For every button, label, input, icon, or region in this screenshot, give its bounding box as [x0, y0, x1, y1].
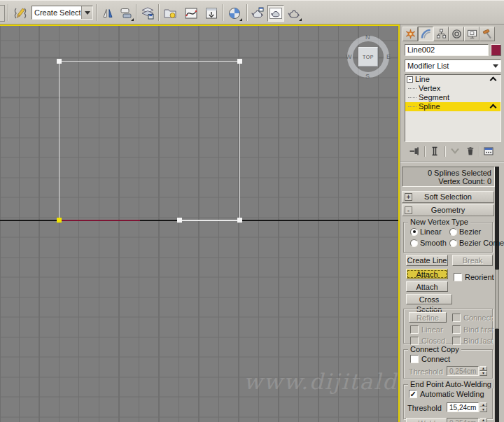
viewcube-south-label[interactable]: S	[365, 73, 370, 80]
radio-dot[interactable]	[449, 239, 457, 247]
rollout-expand-icon[interactable]: +	[405, 193, 412, 201]
panel-scrollbar[interactable]	[495, 167, 499, 422]
clipped-toolbar-button[interactable]	[0, 5, 5, 22]
radio-dot[interactable]	[449, 228, 457, 236]
weld-threshold-spinner[interactable]: ▲ ▼	[479, 402, 487, 412]
spline-segment-object-color	[59, 220, 140, 221]
spinner-up-icon[interactable]: ▲	[479, 418, 487, 422]
scene-explorer-icon[interactable]	[162, 5, 178, 22]
material-editor-icon[interactable]	[226, 5, 243, 22]
scrollbar-thumb[interactable]	[495, 269, 499, 329]
tab-create[interactable]	[402, 27, 418, 41]
expander-icon[interactable]: -	[407, 76, 413, 83]
dropdown-arrow[interactable]	[81, 6, 92, 19]
radio-bezier[interactable]: Bezier	[449, 227, 481, 236]
checkbox-box[interactable]	[452, 325, 461, 334]
viewcube-north-label[interactable]: N	[365, 34, 370, 41]
spinner-down-icon[interactable]: ▼	[479, 371, 487, 376]
checkbox-box[interactable]	[410, 337, 419, 345]
linear-checkbox-disabled[interactable]: Linear	[410, 325, 443, 334]
rollout-geometry[interactable]: - Geometry	[402, 204, 494, 216]
stack-item-label: Vertex	[419, 84, 440, 93]
weld-button[interactable]: Weld	[406, 418, 448, 422]
viewport-top[interactable]: N E S W TOP www.dijitalde	[0, 24, 400, 422]
tab-hierarchy[interactable]	[433, 27, 449, 41]
stack-item-spline-selected[interactable]: Spline	[405, 102, 500, 111]
rendered-frame-window-icon[interactable]	[267, 5, 284, 22]
toolbar-separator	[8, 4, 9, 21]
modify-arc-icon	[421, 29, 431, 39]
closed-checkbox-disabled[interactable]: Closed	[410, 337, 445, 345]
stack-item-segment[interactable]: Segment	[405, 93, 500, 102]
radio-linear[interactable]: Linear	[410, 227, 442, 236]
weld-threshold-field[interactable]: 15,24cm	[447, 402, 479, 412]
rollout-collapse-icon[interactable]: -	[405, 206, 412, 214]
viewcube-top-face[interactable]: TOP	[358, 47, 378, 66]
curve-editor-icon[interactable]	[183, 5, 200, 22]
selection-set-dropdown[interactable]: Create Selection Se	[31, 6, 93, 20]
checkbox-box[interactable]	[410, 355, 419, 363]
attach-button[interactable]: Attach	[406, 269, 448, 279]
viewcube-west-label[interactable]: W	[346, 53, 352, 60]
modifier-list-dropdown[interactable]: Modifier List	[405, 59, 501, 72]
spinner-down-icon[interactable]: ▼	[479, 407, 487, 412]
checkbox-box[interactable]	[454, 273, 462, 281]
checkbox-box[interactable]	[452, 314, 461, 322]
main-toolbar: Create Selection Se	[0, 0, 504, 24]
pin-stack-icon[interactable]	[409, 146, 421, 158]
radio-smooth[interactable]: Smooth	[410, 239, 447, 247]
automatic-welding-checkbox[interactable]: ✓ Automatic Welding	[409, 390, 484, 398]
create-line-button[interactable]: Create Line	[406, 255, 448, 266]
remove-modifier-icon[interactable]	[465, 146, 477, 158]
cross-section-button[interactable]: Cross Section	[406, 294, 452, 304]
spinner-up-icon[interactable]: ▲	[479, 402, 487, 407]
weld-value-field[interactable]: 0,254cm	[447, 418, 479, 422]
tab-utilities[interactable]	[479, 27, 495, 41]
radio-dot[interactable]	[410, 228, 418, 236]
spline-edge-left	[59, 61, 59, 220]
vertex-top-left[interactable]	[57, 59, 62, 64]
attach-mult-button[interactable]: Attach Mult.	[406, 281, 448, 292]
rollout-soft-selection[interactable]: + Soft Selection	[402, 191, 494, 203]
render-setup-icon[interactable]	[249, 5, 266, 22]
configure-modifier-sets-icon[interactable]	[483, 146, 496, 158]
vertex-top-right[interactable]	[237, 59, 242, 64]
spinner-up-icon[interactable]: ▲	[479, 366, 487, 371]
panel-divider	[400, 162, 504, 163]
stack-item-line[interactable]: - Line	[405, 75, 500, 84]
connect-copy-checkbox[interactable]: Connect	[410, 355, 450, 363]
viewcube[interactable]: N E S W TOP	[347, 36, 389, 78]
mirror-icon[interactable]	[99, 5, 116, 22]
checkbox-box[interactable]	[410, 325, 419, 334]
manage-layers-icon[interactable]	[139, 5, 156, 22]
tab-motion[interactable]	[449, 27, 464, 41]
vertex-bottom-mid[interactable]	[177, 218, 182, 223]
schematic-view-icon[interactable]	[203, 5, 220, 22]
bind-last-checkbox-disabled[interactable]: Bind last	[452, 337, 493, 345]
weld-value-spinner[interactable]: ▲ ▼	[479, 418, 487, 422]
tab-modify[interactable]	[418, 27, 433, 41]
object-color-swatch[interactable]	[491, 44, 501, 56]
align-icon[interactable]	[118, 5, 134, 22]
show-end-result-icon[interactable]	[429, 146, 442, 158]
reorient-checkbox[interactable]: Reorient	[454, 273, 494, 281]
tab-display[interactable]	[464, 27, 479, 41]
connect-threshold-field[interactable]: 0,254cm	[447, 366, 479, 376]
render-production-icon[interactable]	[286, 5, 302, 22]
break-button[interactable]: Break	[452, 255, 493, 266]
stack-item-vertex[interactable]: Vertex	[405, 84, 500, 93]
connect-checkbox-disabled[interactable]: Connect	[452, 314, 492, 322]
connect-threshold-spinner[interactable]: ▲ ▼	[479, 366, 487, 376]
radio-bezier-corner[interactable]: Bezier Corner	[449, 239, 504, 247]
checkbox-box-checked[interactable]: ✓	[409, 390, 417, 398]
radio-dot[interactable]	[410, 239, 418, 247]
object-name-field[interactable]: Line002	[405, 44, 489, 56]
first-vertex[interactable]	[57, 218, 62, 223]
refine-button[interactable]: Refine	[409, 312, 447, 323]
vertex-bottom-right[interactable]	[237, 218, 242, 223]
make-unique-icon[interactable]	[449, 146, 462, 158]
bind-first-checkbox-disabled[interactable]: Bind first	[452, 325, 493, 334]
named-selection-sets-icon[interactable]	[12, 5, 29, 22]
checkbox-box[interactable]	[452, 337, 461, 345]
viewcube-east-label[interactable]: E	[386, 53, 391, 60]
